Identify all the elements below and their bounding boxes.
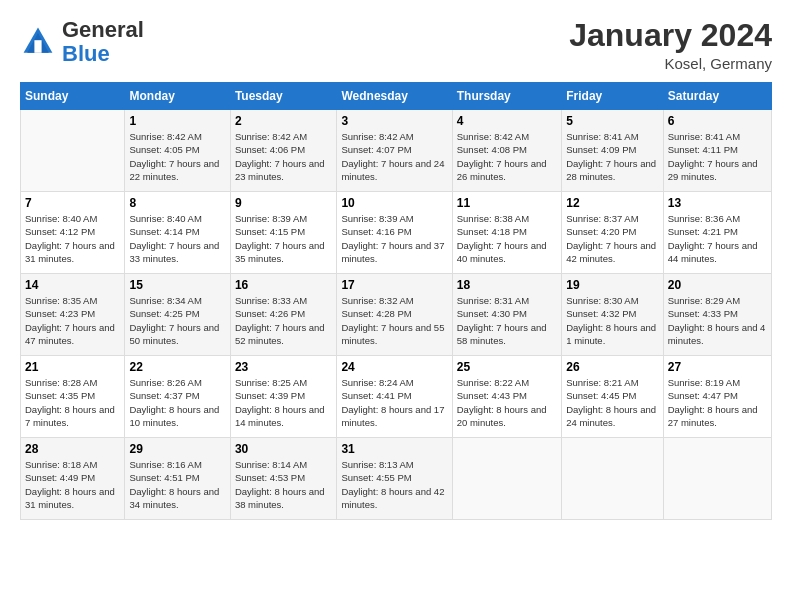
header-row: Sunday Monday Tuesday Wednesday Thursday… bbox=[21, 83, 772, 110]
col-sunday: Sunday bbox=[21, 83, 125, 110]
logo-icon bbox=[20, 24, 56, 60]
cell-info: Sunrise: 8:19 AMSunset: 4:47 PMDaylight:… bbox=[668, 376, 767, 429]
day-cell: 24Sunrise: 8:24 AMSunset: 4:41 PMDayligh… bbox=[337, 356, 452, 438]
day-cell: 15Sunrise: 8:34 AMSunset: 4:25 PMDayligh… bbox=[125, 274, 230, 356]
day-cell bbox=[663, 438, 771, 520]
title-block: January 2024 Kosel, Germany bbox=[569, 18, 772, 72]
day-number: 15 bbox=[129, 278, 225, 292]
col-monday: Monday bbox=[125, 83, 230, 110]
day-number: 4 bbox=[457, 114, 557, 128]
col-saturday: Saturday bbox=[663, 83, 771, 110]
day-cell: 13Sunrise: 8:36 AMSunset: 4:21 PMDayligh… bbox=[663, 192, 771, 274]
day-number: 22 bbox=[129, 360, 225, 374]
logo-general: General bbox=[62, 17, 144, 42]
cell-info: Sunrise: 8:30 AMSunset: 4:32 PMDaylight:… bbox=[566, 294, 658, 347]
cell-info: Sunrise: 8:25 AMSunset: 4:39 PMDaylight:… bbox=[235, 376, 333, 429]
day-number: 23 bbox=[235, 360, 333, 374]
cell-info: Sunrise: 8:41 AMSunset: 4:09 PMDaylight:… bbox=[566, 130, 658, 183]
cell-info: Sunrise: 8:28 AMSunset: 4:35 PMDaylight:… bbox=[25, 376, 120, 429]
day-number: 7 bbox=[25, 196, 120, 210]
day-cell: 6Sunrise: 8:41 AMSunset: 4:11 PMDaylight… bbox=[663, 110, 771, 192]
logo-blue: Blue bbox=[62, 41, 110, 66]
day-number: 14 bbox=[25, 278, 120, 292]
day-number: 16 bbox=[235, 278, 333, 292]
svg-rect-2 bbox=[34, 40, 41, 53]
day-number: 31 bbox=[341, 442, 447, 456]
page: General Blue January 2024 Kosel, Germany… bbox=[0, 0, 792, 530]
day-cell: 2Sunrise: 8:42 AMSunset: 4:06 PMDaylight… bbox=[230, 110, 337, 192]
location: Kosel, Germany bbox=[569, 55, 772, 72]
cell-info: Sunrise: 8:42 AMSunset: 4:06 PMDaylight:… bbox=[235, 130, 333, 183]
week-row-4: 28Sunrise: 8:18 AMSunset: 4:49 PMDayligh… bbox=[21, 438, 772, 520]
day-cell: 29Sunrise: 8:16 AMSunset: 4:51 PMDayligh… bbox=[125, 438, 230, 520]
cell-info: Sunrise: 8:41 AMSunset: 4:11 PMDaylight:… bbox=[668, 130, 767, 183]
week-row-2: 14Sunrise: 8:35 AMSunset: 4:23 PMDayligh… bbox=[21, 274, 772, 356]
day-cell: 25Sunrise: 8:22 AMSunset: 4:43 PMDayligh… bbox=[452, 356, 561, 438]
week-row-1: 7Sunrise: 8:40 AMSunset: 4:12 PMDaylight… bbox=[21, 192, 772, 274]
month-title: January 2024 bbox=[569, 18, 772, 53]
day-number: 1 bbox=[129, 114, 225, 128]
cell-info: Sunrise: 8:33 AMSunset: 4:26 PMDaylight:… bbox=[235, 294, 333, 347]
cell-info: Sunrise: 8:39 AMSunset: 4:16 PMDaylight:… bbox=[341, 212, 447, 265]
cell-info: Sunrise: 8:42 AMSunset: 4:07 PMDaylight:… bbox=[341, 130, 447, 183]
logo-text: General Blue bbox=[62, 18, 144, 66]
week-row-0: 1Sunrise: 8:42 AMSunset: 4:05 PMDaylight… bbox=[21, 110, 772, 192]
day-cell bbox=[21, 110, 125, 192]
day-cell: 12Sunrise: 8:37 AMSunset: 4:20 PMDayligh… bbox=[562, 192, 663, 274]
day-number: 21 bbox=[25, 360, 120, 374]
cell-info: Sunrise: 8:13 AMSunset: 4:55 PMDaylight:… bbox=[341, 458, 447, 511]
cell-info: Sunrise: 8:18 AMSunset: 4:49 PMDaylight:… bbox=[25, 458, 120, 511]
cell-info: Sunrise: 8:37 AMSunset: 4:20 PMDaylight:… bbox=[566, 212, 658, 265]
day-cell: 10Sunrise: 8:39 AMSunset: 4:16 PMDayligh… bbox=[337, 192, 452, 274]
day-number: 25 bbox=[457, 360, 557, 374]
day-number: 5 bbox=[566, 114, 658, 128]
day-cell: 19Sunrise: 8:30 AMSunset: 4:32 PMDayligh… bbox=[562, 274, 663, 356]
day-number: 3 bbox=[341, 114, 447, 128]
cell-info: Sunrise: 8:36 AMSunset: 4:21 PMDaylight:… bbox=[668, 212, 767, 265]
cell-info: Sunrise: 8:26 AMSunset: 4:37 PMDaylight:… bbox=[129, 376, 225, 429]
logo: General Blue bbox=[20, 18, 144, 66]
cell-info: Sunrise: 8:14 AMSunset: 4:53 PMDaylight:… bbox=[235, 458, 333, 511]
col-friday: Friday bbox=[562, 83, 663, 110]
day-cell bbox=[452, 438, 561, 520]
day-cell: 18Sunrise: 8:31 AMSunset: 4:30 PMDayligh… bbox=[452, 274, 561, 356]
cell-info: Sunrise: 8:32 AMSunset: 4:28 PMDaylight:… bbox=[341, 294, 447, 347]
day-number: 6 bbox=[668, 114, 767, 128]
day-cell: 11Sunrise: 8:38 AMSunset: 4:18 PMDayligh… bbox=[452, 192, 561, 274]
day-cell: 23Sunrise: 8:25 AMSunset: 4:39 PMDayligh… bbox=[230, 356, 337, 438]
calendar-table: Sunday Monday Tuesday Wednesday Thursday… bbox=[20, 82, 772, 520]
day-number: 11 bbox=[457, 196, 557, 210]
cell-info: Sunrise: 8:29 AMSunset: 4:33 PMDaylight:… bbox=[668, 294, 767, 347]
col-thursday: Thursday bbox=[452, 83, 561, 110]
col-tuesday: Tuesday bbox=[230, 83, 337, 110]
day-cell: 7Sunrise: 8:40 AMSunset: 4:12 PMDaylight… bbox=[21, 192, 125, 274]
header: General Blue January 2024 Kosel, Germany bbox=[20, 18, 772, 72]
day-cell: 27Sunrise: 8:19 AMSunset: 4:47 PMDayligh… bbox=[663, 356, 771, 438]
day-cell: 4Sunrise: 8:42 AMSunset: 4:08 PMDaylight… bbox=[452, 110, 561, 192]
cell-info: Sunrise: 8:38 AMSunset: 4:18 PMDaylight:… bbox=[457, 212, 557, 265]
cell-info: Sunrise: 8:16 AMSunset: 4:51 PMDaylight:… bbox=[129, 458, 225, 511]
day-cell: 20Sunrise: 8:29 AMSunset: 4:33 PMDayligh… bbox=[663, 274, 771, 356]
cell-info: Sunrise: 8:21 AMSunset: 4:45 PMDaylight:… bbox=[566, 376, 658, 429]
cell-info: Sunrise: 8:42 AMSunset: 4:08 PMDaylight:… bbox=[457, 130, 557, 183]
cell-info: Sunrise: 8:35 AMSunset: 4:23 PMDaylight:… bbox=[25, 294, 120, 347]
cell-info: Sunrise: 8:31 AMSunset: 4:30 PMDaylight:… bbox=[457, 294, 557, 347]
day-cell: 28Sunrise: 8:18 AMSunset: 4:49 PMDayligh… bbox=[21, 438, 125, 520]
day-number: 13 bbox=[668, 196, 767, 210]
cell-info: Sunrise: 8:39 AMSunset: 4:15 PMDaylight:… bbox=[235, 212, 333, 265]
day-number: 26 bbox=[566, 360, 658, 374]
day-number: 12 bbox=[566, 196, 658, 210]
week-row-3: 21Sunrise: 8:28 AMSunset: 4:35 PMDayligh… bbox=[21, 356, 772, 438]
day-number: 17 bbox=[341, 278, 447, 292]
day-cell: 8Sunrise: 8:40 AMSunset: 4:14 PMDaylight… bbox=[125, 192, 230, 274]
day-cell: 17Sunrise: 8:32 AMSunset: 4:28 PMDayligh… bbox=[337, 274, 452, 356]
day-number: 28 bbox=[25, 442, 120, 456]
cell-info: Sunrise: 8:22 AMSunset: 4:43 PMDaylight:… bbox=[457, 376, 557, 429]
day-number: 18 bbox=[457, 278, 557, 292]
day-number: 20 bbox=[668, 278, 767, 292]
cell-info: Sunrise: 8:34 AMSunset: 4:25 PMDaylight:… bbox=[129, 294, 225, 347]
day-cell: 3Sunrise: 8:42 AMSunset: 4:07 PMDaylight… bbox=[337, 110, 452, 192]
day-cell: 30Sunrise: 8:14 AMSunset: 4:53 PMDayligh… bbox=[230, 438, 337, 520]
cell-info: Sunrise: 8:40 AMSunset: 4:12 PMDaylight:… bbox=[25, 212, 120, 265]
cell-info: Sunrise: 8:24 AMSunset: 4:41 PMDaylight:… bbox=[341, 376, 447, 429]
